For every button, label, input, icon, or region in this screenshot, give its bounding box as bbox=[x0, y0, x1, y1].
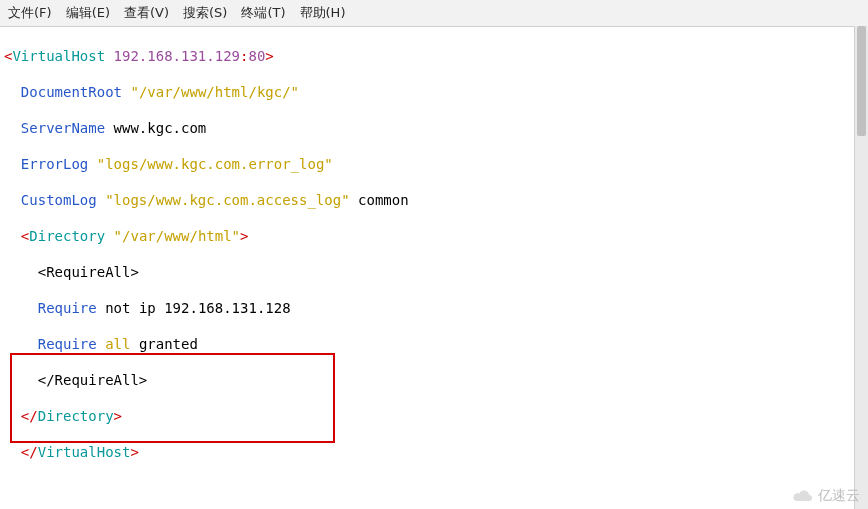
code-line: <VirtualHost 192.168.131.129:80> bbox=[4, 47, 864, 65]
menu-file[interactable]: 文件(F) bbox=[8, 4, 52, 22]
menu-search[interactable]: 搜索(S) bbox=[183, 4, 227, 22]
code-line: Require all granted bbox=[4, 335, 864, 353]
highlight-box bbox=[10, 353, 335, 443]
code-line: <Directory "/var/www/html"> bbox=[4, 227, 864, 245]
menu-help[interactable]: 帮助(H) bbox=[300, 4, 346, 22]
code-line: ServerName www.kgc.com bbox=[4, 119, 864, 137]
code-line: Require not ip 192.168.131.128 bbox=[4, 299, 864, 317]
watermark: 亿速云 bbox=[792, 487, 860, 505]
scrollbar-vertical[interactable] bbox=[854, 26, 868, 509]
scrollbar-thumb[interactable] bbox=[857, 26, 866, 136]
code-line: ErrorLog "logs/www.kgc.com.error_log" bbox=[4, 155, 864, 173]
code-line: </Directory> bbox=[4, 407, 864, 425]
code-line: <RequireAll> bbox=[4, 263, 864, 281]
menubar: 文件(F) 编辑(E) 查看(V) 搜索(S) 终端(T) 帮助(H) bbox=[0, 0, 868, 27]
code-line: </VirtualHost> bbox=[4, 443, 864, 461]
menu-terminal[interactable]: 终端(T) bbox=[241, 4, 285, 22]
menu-edit[interactable]: 编辑(E) bbox=[66, 4, 110, 22]
code-line bbox=[4, 479, 864, 497]
code-line: DocumentRoot "/var/www/html/kgc/" bbox=[4, 83, 864, 101]
menu-view[interactable]: 查看(V) bbox=[124, 4, 169, 22]
cloud-icon bbox=[792, 488, 814, 504]
editor-area[interactable]: <VirtualHost 192.168.131.129:80> Documen… bbox=[0, 27, 868, 509]
code-line: CustomLog "logs/www.kgc.com.access_log" … bbox=[4, 191, 864, 209]
code-line: </RequireAll> bbox=[4, 371, 864, 389]
